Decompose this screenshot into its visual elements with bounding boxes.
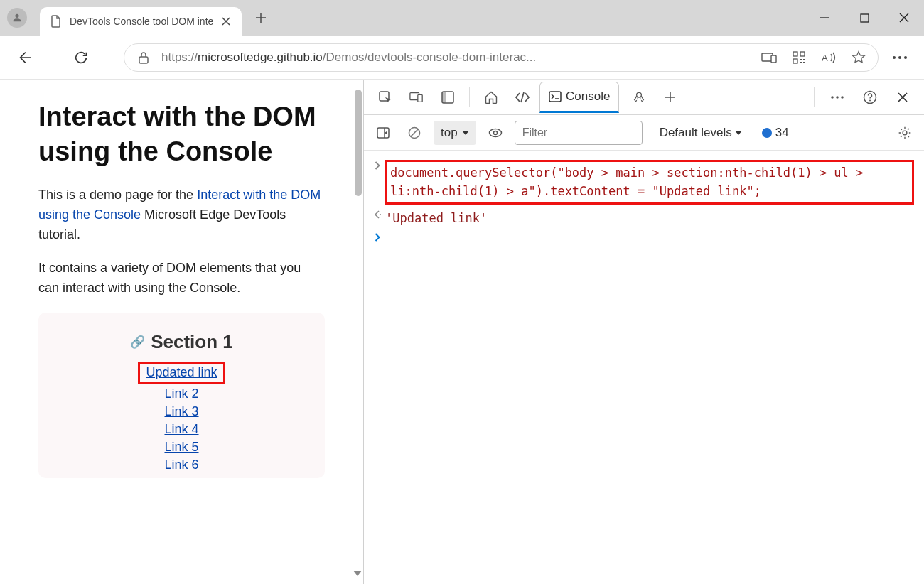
dock-side-icon[interactable] [434,82,462,113]
prompt-icon [370,160,385,170]
refresh-button[interactable] [67,43,95,72]
more-tabs-icon[interactable] [656,82,684,113]
console-result-row: 'Updated link' [370,207,914,229]
console-output[interactable]: document.querySelector("body > main > se… [364,151,924,584]
sidebar-toggle-icon[interactable] [371,121,395,145]
svg-point-32 [380,214,381,215]
close-window-button[interactable] [884,0,924,36]
svg-point-21 [637,92,642,97]
issues-badge[interactable]: 34 [762,126,789,140]
link-updated[interactable]: Updated link [146,365,217,379]
section-1: 🔗 Section 1 Updated link Link 2 Link 3 L… [38,313,325,478]
elements-tab-icon[interactable] [508,82,537,113]
svg-point-26 [869,99,871,101]
separator [814,87,815,107]
console-input-row: document.querySelector("body > main > se… [370,158,914,207]
tab-title: DevTools Console tool DOM inte [70,16,213,27]
maximize-button[interactable] [844,0,884,36]
browser-toolbar: https://microsoftedge.github.io/Demos/de… [0,36,924,80]
svg-point-12 [893,56,896,59]
link-4[interactable]: Link 4 [164,422,198,436]
address-bar[interactable]: https://microsoftedge.github.io/Demos/de… [124,43,879,72]
svg-rect-4 [793,52,797,56]
qr-icon[interactable] [791,50,807,65]
devtools-more-icon[interactable] [823,82,852,113]
result-icon [370,209,385,219]
console-input[interactable] [385,232,914,250]
context-dropdown[interactable]: top [434,121,476,145]
minimize-button[interactable] [805,0,844,36]
svg-rect-3 [771,55,776,63]
browser-tab[interactable]: DevTools Console tool DOM inte [40,7,242,36]
link-list: Updated link Link 2 Link 3 Link 4 Link 5… [53,362,311,472]
svg-point-29 [489,129,501,136]
url-text: https://microsoftedge.github.io/Demos/de… [161,50,751,65]
link-6[interactable]: Link 6 [164,458,198,472]
help-icon[interactable] [856,82,884,113]
devtools-tabs: Console [364,80,924,115]
close-tab-icon[interactable] [220,16,232,27]
separator [469,87,470,107]
page-viewport: Interact with the DOM using the Console … [0,80,364,584]
favorite-icon[interactable] [851,50,866,65]
svg-rect-9 [800,62,802,63]
svg-rect-5 [800,52,805,56]
new-tab-button[interactable] [249,6,273,30]
permalink-icon[interactable]: 🔗 [130,335,145,350]
svg-text:A: A [822,53,828,63]
svg-rect-10 [803,62,805,63]
back-button[interactable] [10,43,38,72]
scroll-down-icon[interactable] [352,567,363,580]
page-title: Interact with the DOM using the Console [38,99,325,170]
live-expression-icon[interactable] [483,121,507,145]
browser-titlebar: DevTools Console tool DOM inte [0,0,924,36]
svg-rect-27 [377,128,389,138]
intro-paragraph-2: It contains a variety of DOM elements th… [38,259,325,298]
console-tab-label: Console [566,90,610,104]
section-title: 🔗 Section 1 [130,331,233,353]
console-prompt-row[interactable] [370,229,914,252]
file-icon [50,15,63,28]
scrollbar-thumb[interactable] [355,90,362,196]
console-tab[interactable]: Console [539,82,619,113]
svg-rect-7 [800,59,802,60]
svg-point-30 [493,131,497,134]
log-levels-dropdown[interactable]: Default levels [660,126,742,140]
console-code: document.querySelector("body > main > se… [385,160,914,205]
sources-tab-icon[interactable] [625,82,653,113]
list-item: Updated link [138,362,225,384]
profile-avatar[interactable] [7,8,27,28]
intro-paragraph-1: This is a demo page for the Interact wit… [38,185,325,245]
svg-rect-6 [793,59,797,63]
svg-rect-0 [861,14,869,22]
svg-rect-1 [139,57,148,63]
svg-point-24 [841,96,844,99]
svg-rect-20 [549,92,561,102]
lock-icon[interactable] [136,50,151,65]
console-settings-icon[interactable] [893,121,917,145]
close-devtools-icon[interactable] [888,82,917,113]
issues-dot-icon [762,128,772,138]
svg-rect-17 [418,94,422,102]
svg-rect-8 [803,59,805,60]
console-result: 'Updated link' [385,209,914,227]
clear-console-icon[interactable] [402,121,426,145]
welcome-tab-icon[interactable] [477,82,505,113]
devtools-panel: Console [364,80,924,584]
filter-input[interactable] [515,121,643,145]
svg-point-23 [836,96,839,99]
prompt-icon [370,232,385,242]
list-item: Link 6 [164,458,198,472]
read-aloud-icon[interactable]: A [821,50,837,65]
inspect-element-icon[interactable] [371,82,399,113]
link-2[interactable]: Link 2 [164,386,198,401]
link-5[interactable]: Link 5 [164,440,198,454]
list-item: Link 2 [164,386,198,401]
list-item: Link 3 [164,404,198,419]
device-icon[interactable] [761,50,777,65]
console-filterbar: top Default levels 34 [364,115,924,151]
settings-more-button[interactable] [886,43,914,72]
device-emulation-icon[interactable] [402,82,431,113]
link-3[interactable]: Link 3 [164,404,198,418]
vertical-scrollbar[interactable] [352,82,363,581]
